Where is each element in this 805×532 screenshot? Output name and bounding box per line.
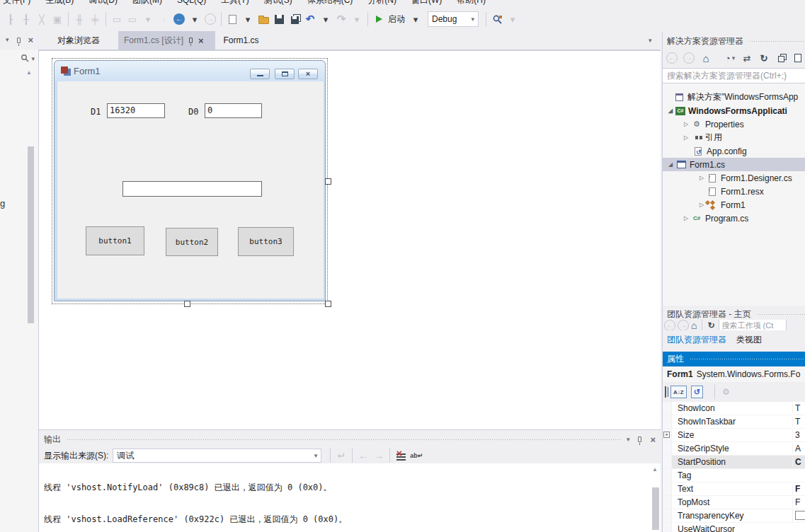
label-d1[interactable]: D1 [91, 107, 101, 117]
categorized-icon[interactable] [665, 387, 666, 397]
property-value[interactable]: 3 [792, 430, 805, 440]
undo-icon[interactable]: ↶ [303, 10, 317, 28]
save-all-icon[interactable] [287, 10, 302, 28]
back-icon[interactable]: → [664, 320, 675, 330]
tab-form1-design[interactable]: Form1.cs [设计] × [118, 31, 215, 50]
designed-form-window[interactable]: Form1 × D1 16320 D0 0 button1 button2 bu… [54, 60, 326, 301]
output-source-combobox[interactable]: 调试 ▾ [113, 449, 321, 463]
properties-object-selector[interactable]: Form1 System.Windows.Forms.Fo [663, 366, 805, 382]
refresh-icon[interactable]: ↻ [757, 49, 771, 67]
property-row-text[interactable]: TextF [663, 482, 805, 496]
tree-item-appconfig[interactable]: ↺ App.config [663, 144, 805, 158]
menu-item-analyze[interactable]: 分析(N) [367, 0, 396, 6]
panel-tab-team-explorer[interactable]: 团队资源管理器 [667, 334, 726, 346]
property-value[interactable]: F [792, 497, 805, 507]
property-value[interactable]: T [792, 403, 805, 413]
tree-item-programcs[interactable]: ▷ C# Program.cs [663, 212, 805, 225]
menu-item-build[interactable]: 生成(B) [45, 0, 74, 6]
menu-item-architecture[interactable]: 体系结构(C) [307, 0, 353, 6]
refresh-icon[interactable]: ↻ [707, 320, 714, 330]
next-message-icon[interactable]: → [372, 446, 386, 465]
property-value[interactable]: C [792, 457, 805, 467]
navigate-back-dropdown-icon[interactable]: ▾ [188, 10, 202, 28]
menu-item-sql[interactable]: SQL(Q) [177, 0, 206, 5]
property-row-size[interactable]: +Size3 [663, 429, 805, 442]
forward-icon[interactable]: → [682, 49, 696, 67]
align-center-icon[interactable]: ╂ [19, 10, 33, 28]
navigate-back-icon[interactable]: ← [172, 10, 186, 28]
form-minimize-button[interactable] [250, 69, 270, 79]
expander-collapsed-icon[interactable]: ▷ [698, 202, 705, 208]
expand-icon[interactable]: ╳ [35, 10, 49, 28]
tree-item-references[interactable]: ▷ 引用 [663, 131, 805, 144]
tree-item-form1-resx[interactable]: ↑ Form1.resx [663, 185, 805, 198]
back-icon[interactable]: → [665, 49, 679, 67]
textbox-d1[interactable]: 16320 [107, 103, 165, 118]
space-horizontal-icon[interactable]: ╫ [72, 10, 86, 28]
expander-collapsed-icon[interactable]: ▷ [683, 215, 690, 221]
open-file-icon[interactable] [256, 10, 270, 28]
save-icon[interactable] [272, 10, 286, 28]
menu-item-team[interactable]: 团队(M) [132, 0, 162, 6]
tree-item-form1-class[interactable]: ▷ Form1 [663, 198, 805, 212]
resize-handle-bottom-right[interactable] [325, 301, 331, 307]
output-scrollbar-thumb[interactable] [652, 487, 659, 530]
find-message-icon[interactable]: ↵ [334, 446, 348, 465]
expand-plus-icon[interactable]: + [663, 432, 670, 438]
size-same-icon[interactable]: ▭ [110, 10, 124, 28]
menu-item-file[interactable]: 文件(F) [3, 0, 30, 6]
property-value[interactable] [792, 509, 805, 522]
new-file-icon[interactable] [225, 10, 239, 28]
resize-handle-right[interactable] [325, 178, 331, 185]
show-all-files-icon[interactable] [791, 49, 805, 67]
property-row-showicon[interactable]: ShowIconT [663, 402, 805, 415]
button1[interactable]: button1 [86, 226, 144, 255]
toolwindow-pin-icon[interactable] [17, 37, 21, 43]
property-row-startposition[interactable]: StartPositionC [663, 456, 805, 469]
expander-expanded-icon[interactable]: ◢ [667, 161, 674, 168]
output-close-icon[interactable]: × [650, 435, 656, 444]
redo-dropdown-icon[interactable]: ▾ [350, 10, 364, 28]
expander-collapsed-icon[interactable]: ▷ [683, 121, 690, 127]
expander-collapsed-icon[interactable]: ▷ [698, 175, 705, 181]
expander-collapsed-icon[interactable]: ▷ [683, 134, 690, 141]
tab-form1-code[interactable]: Form1.cs [215, 31, 267, 50]
designer-surface[interactable]: Form1 × D1 16320 D0 0 button1 button2 bu… [39, 50, 661, 429]
tab-close-icon[interactable]: × [198, 36, 204, 45]
tree-item-form1cs[interactable]: ◢ Form1.cs [663, 158, 805, 171]
property-row-topmost[interactable]: TopMostF [663, 496, 805, 509]
menu-item-test[interactable]: 测试(S) [264, 0, 292, 6]
solution-search-input[interactable] [663, 68, 805, 83]
property-pages-icon[interactable]: ⚙ [722, 387, 730, 397]
scroll-up-icon[interactable]: ▲ [26, 69, 32, 76]
toolwindow-close-icon[interactable]: × [28, 35, 34, 45]
output-console[interactable]: 线程 'vshost.NotifyLoad' (0x89c8) 已退出，返回值为… [39, 463, 661, 532]
output-pin-icon[interactable] [638, 436, 641, 442]
output-scroll-up-icon[interactable]: ▲ [652, 466, 658, 473]
property-row-tag[interactable]: Tag [663, 469, 805, 482]
size-dropdown-icon[interactable]: ▾ [141, 10, 155, 28]
work-item-search-input[interactable] [719, 320, 787, 330]
solution-config-combobox[interactable]: Debug ▾ [428, 11, 479, 27]
navigate-forward-icon[interactable]: → [203, 10, 217, 28]
previous-message-icon[interactable]: ← [356, 446, 370, 465]
menu-item-tools[interactable]: 工具(T) [221, 0, 249, 6]
resize-handle-bottom[interactable] [184, 301, 190, 307]
properties-view-icon[interactable]: ↺ [691, 386, 703, 398]
tab-object-browser[interactable]: 对象浏览器 [39, 31, 118, 50]
home-icon[interactable]: ⌂ [691, 320, 697, 330]
find-in-files-icon[interactable] [490, 10, 504, 28]
property-row-showintaskbar[interactable]: ShowInTaskbarT [663, 415, 805, 429]
textbox-middle[interactable] [122, 181, 262, 197]
alphabetical-icon[interactable]: A↓Z [670, 386, 687, 398]
word-wrap-icon[interactable]: ab↵ [409, 446, 423, 465]
start-debug-icon[interactable] [372, 10, 386, 28]
undo-dropdown-icon[interactable]: ▾ [319, 10, 333, 28]
pending-changes-filter-icon[interactable]: ◔▾ [723, 49, 737, 67]
sync-with-active-document-icon[interactable]: ⇄ [740, 49, 754, 67]
toolbar-overflow-icon[interactable]: ▾ [506, 10, 520, 28]
size-grid-icon[interactable]: ▭ [125, 10, 139, 28]
menu-item-help[interactable]: 帮助(H) [457, 0, 486, 6]
property-row-transparencykey[interactable]: TransparencyKey [663, 509, 805, 523]
button2[interactable]: button2 [166, 228, 218, 256]
